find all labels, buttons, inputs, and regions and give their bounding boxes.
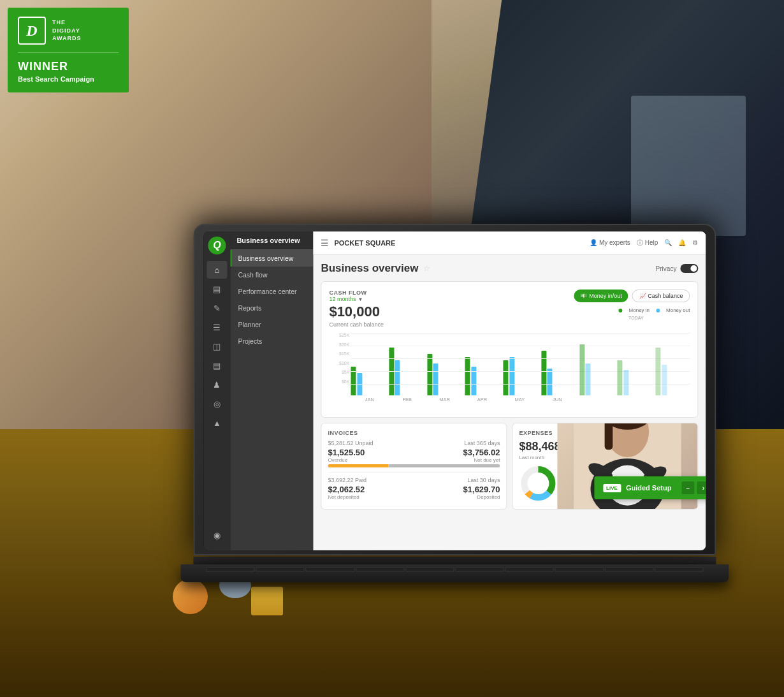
legend-in-dot — [619, 309, 623, 312]
search-btn[interactable]: 🔍 — [664, 239, 672, 246]
help-btn[interactable]: ⓘ Help — [637, 238, 658, 247]
bar-jan-in — [351, 367, 356, 395]
nav-item-planner[interactable]: Planner — [230, 316, 313, 333]
not-deposited-amount: $2,062.52 — [328, 485, 365, 494]
money-inout-btn[interactable]: 💵 Money in/out — [574, 290, 628, 302]
laptop-base: Q ⌂ ▤ ✎ ☰ ◫ ▤ ♟ ◎ ▲ ◉ — [193, 224, 716, 582]
not-due-label: Not due yet — [463, 457, 500, 463]
bar-jan-out — [357, 373, 362, 395]
company-name: POCKET SQUARE — [334, 239, 395, 247]
bar-group-sep — [656, 348, 690, 395]
bar-group-jan — [351, 367, 385, 395]
bar-group-may — [504, 357, 538, 395]
sidebar-icon-grid[interactable]: ◫ — [207, 337, 227, 355]
live-minimize-btn[interactable]: − — [681, 481, 694, 494]
sidebar-icon-reports[interactable]: ▤ — [207, 356, 227, 374]
menu-icon[interactable]: ☰ — [321, 238, 329, 248]
action-buttons: 💵 Money in/out 📈 Cash balance — [574, 290, 690, 302]
sidebar-icon-home[interactable]: ⌂ — [207, 261, 227, 279]
bar-jul-out — [586, 363, 591, 395]
period-selector[interactable]: 12 months — [329, 296, 356, 302]
cash-flow-card: CASH FLOW 12 months ▼ $10,000 Current ca… — [321, 281, 698, 418]
invoices-unpaid-row: $5,281.52 Unpaid Last 365 days — [328, 440, 500, 446]
nav-item-cash-flow[interactable]: Cash flow — [230, 267, 313, 283]
my-experts-btn[interactable]: 👤 My experts — [590, 239, 630, 246]
star-icon[interactable]: ☆ — [423, 264, 430, 273]
nav-item-performance[interactable]: Performance center — [230, 283, 313, 300]
live-expand-btn[interactable]: › — [697, 481, 706, 494]
cash-balance-btn[interactable]: 📈 Cash balance — [632, 290, 690, 302]
person-icon: 👤 — [590, 239, 597, 246]
sidebar-icon-dashboard[interactable]: ▤ — [207, 280, 227, 298]
expense-donut-chart — [519, 464, 557, 503]
settings-btn[interactable]: ⚙ — [692, 239, 698, 246]
bar-mar-in — [427, 354, 432, 395]
laptop-hinge — [193, 557, 716, 564]
window-light — [631, 96, 746, 236]
bar-apr-in — [465, 357, 470, 395]
quickbooks-app: Q ⌂ ▤ ✎ ☰ ◫ ▤ ♟ ◎ ▲ ◉ — [203, 231, 706, 550]
sidebar-icon-circle[interactable]: ◎ — [207, 395, 227, 413]
award-badge: D THE DIGIDAY AWARDS WINNER Best Search … — [8, 8, 129, 92]
bar-sep-in — [656, 348, 661, 395]
bar-sep-out — [662, 365, 667, 395]
live-guided-setup-banner[interactable]: LIVE Guided Setup − › — [594, 476, 706, 499]
legend-in-label: Money in — [629, 307, 650, 313]
deposited-amount: $1,629.70 — [463, 485, 500, 494]
chart-icon: 📈 — [639, 293, 646, 299]
sidebar-icon-triangle[interactable]: ▲ — [207, 414, 227, 432]
nav-header: Business overview — [230, 231, 313, 250]
deposited-label: Deposited — [463, 494, 500, 500]
bar-jun-in — [541, 351, 546, 395]
privacy-switch[interactable] — [680, 264, 698, 273]
qb-logo: Q — [208, 237, 226, 254]
label-feb: FEB — [388, 397, 426, 402]
overdue-label: Overdue — [328, 457, 365, 463]
label-jan: JAN — [351, 397, 388, 402]
sidebar-icon-chart[interactable]: ♟ — [207, 376, 227, 393]
bar-may-out — [509, 357, 514, 395]
laptop: Q ⌂ ▤ ✎ ☰ ◫ ▤ ♟ ◎ ▲ ◉ — [193, 224, 716, 582]
sidebar-icon-bottom[interactable]: ◉ — [207, 526, 227, 544]
nav-item-projects[interactable]: Projects — [230, 333, 313, 349]
legend-out-dot — [656, 309, 660, 312]
digiday-text: THE DIGIDAY AWARDS — [52, 18, 82, 43]
qb-content: Business overview ☆ Privacy — [313, 254, 706, 550]
bar-group-feb — [389, 348, 423, 395]
y-axis-labels: $25K $20K $15K $10K $5K $0K — [329, 333, 349, 384]
bar-feb-in — [389, 348, 394, 395]
cash-amount: $10,000 — [329, 304, 384, 320]
award-logo-area: D THE DIGIDAY AWARDS — [18, 17, 119, 53]
label-jul — [576, 397, 614, 402]
label-apr: APR — [463, 397, 501, 402]
bar-jul-in — [579, 344, 584, 395]
topbar-actions: 👤 My experts ⓘ Help 🔍 — [590, 238, 698, 247]
sidebar-icon-edit[interactable]: ✎ — [207, 299, 227, 317]
sidebar-icon-list[interactable]: ☰ — [207, 318, 227, 336]
qb-nav-panel: Business overview Business overview Cash… — [230, 231, 313, 550]
winner-label: WINNER — [18, 61, 119, 72]
wooden-block — [251, 587, 283, 615]
bar-may-in — [504, 360, 509, 395]
qb-main: ☰ POCKET SQUARE 👤 My experts ⓘ Help — [313, 231, 706, 550]
bar-aug-in — [618, 360, 623, 395]
invoices-paid-row: $3,692.22 Paid Last 30 days — [328, 477, 500, 483]
svg-point-4 — [528, 473, 548, 494]
help-circle-icon: ⓘ — [637, 238, 643, 247]
search-icon: 🔍 — [664, 239, 672, 246]
cash-subtitle: Current cash balance — [329, 321, 384, 328]
bar-feb-out — [395, 360, 400, 395]
label-sep — [651, 397, 689, 402]
nav-item-reports[interactable]: Reports — [230, 300, 313, 316]
live-badge: LIVE — [603, 484, 621, 492]
nav-item-business-overview[interactable]: Business overview — [230, 250, 313, 267]
invoices-title: INVOICES — [328, 430, 500, 436]
chart-bars — [351, 333, 690, 397]
notifications-btn[interactable]: 🔔 — [678, 239, 686, 246]
svg-rect-10 — [605, 423, 613, 450]
bar-aug-out — [623, 370, 628, 395]
overdue-amount: $1,525.50 — [328, 448, 365, 457]
label-may: MAY — [501, 397, 539, 402]
chart-legend: Money in Money out — [574, 307, 690, 313]
not-due-amount: $3,756.02 — [463, 448, 500, 457]
